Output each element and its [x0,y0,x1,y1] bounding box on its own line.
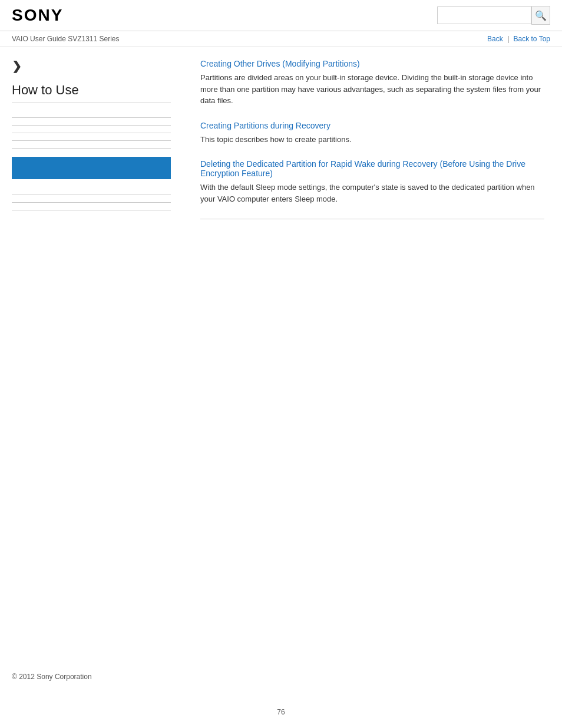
search-button[interactable]: 🔍 [531,6,550,25]
list-item [12,195,171,203]
list-item [12,141,171,149]
main-layout: ❯ How to Use [0,47,562,241]
sidebar-nav-list [12,110,171,149]
search-box: 🔍 [437,6,550,25]
list-item [12,203,171,210]
back-link[interactable]: Back [487,35,503,43]
topic-1: Creating Other Drives (Modifying Partiti… [200,59,544,107]
sidebar-bottom-nav-list [12,187,171,210]
list-item [12,110,171,118]
header: SONY 🔍 [0,0,562,31]
search-icon: 🔍 [535,10,547,21]
topic-3-desc: With the default Sleep mode settings, th… [200,182,544,205]
content-divider [200,219,544,219]
topic-3: Deleting the Dedicated Partition for Rap… [200,159,544,205]
page-number: 76 [0,708,562,716]
list-item [12,118,171,126]
sidebar-highlight-box[interactable] [12,157,171,179]
list-item [12,187,171,195]
list-item [12,133,171,141]
sidebar-section-title: How to Use [12,83,171,103]
nav-separator: | [507,35,509,43]
topic-2-desc: This topic describes how to create parti… [200,134,544,146]
copyright: © 2012 Sony Corporation [12,673,92,681]
back-to-top-link[interactable]: Back to Top [514,35,550,43]
topic-1-title[interactable]: Creating Other Drives (Modifying Partiti… [200,59,544,68]
topic-3-title[interactable]: Deleting the Dedicated Partition for Rap… [200,159,544,178]
content-area: Creating Other Drives (Modifying Partiti… [183,47,562,241]
sidebar: ❯ How to Use [0,47,183,241]
topic-2: Creating Partitions during Recovery This… [200,121,544,146]
sidebar-arrow[interactable]: ❯ [12,59,171,73]
footer: © 2012 Sony Corporation [0,661,104,693]
sub-header: VAIO User Guide SVZ1311 Series Back | Ba… [0,31,562,47]
search-input[interactable] [437,6,531,24]
topic-1-desc: Partitions are divided areas on your bui… [200,72,544,107]
list-item [12,126,171,133]
sony-logo: SONY [12,6,63,25]
topic-2-title[interactable]: Creating Partitions during Recovery [200,121,544,130]
nav-links: Back | Back to Top [487,35,550,43]
guide-title: VAIO User Guide SVZ1311 Series [12,35,120,43]
